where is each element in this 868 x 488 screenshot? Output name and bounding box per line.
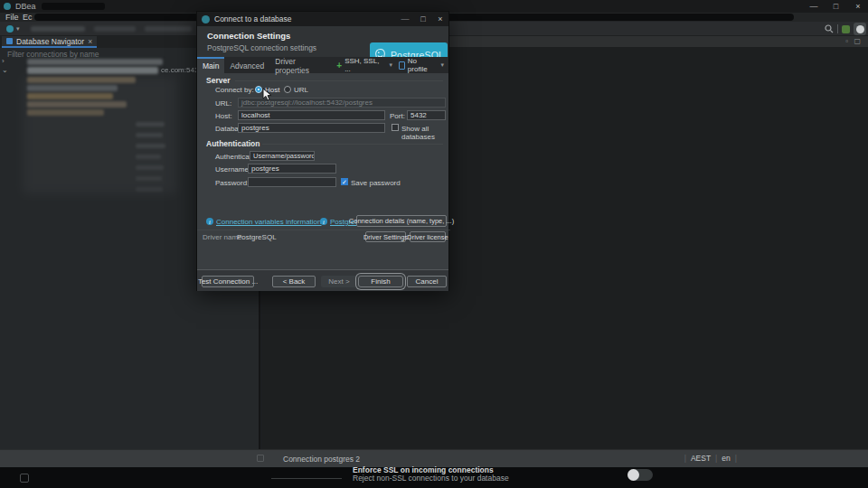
connection-variables-link[interactable]: Connection variables information xyxy=(216,218,322,226)
save-password-checkbox[interactable]: ✓ xyxy=(341,178,348,185)
connect-dialog: Connect to a database — □ × Connection S… xyxy=(196,11,449,291)
host-label: Host: xyxy=(215,112,232,120)
info-icon: i xyxy=(320,218,327,225)
back-button[interactable]: < Back xyxy=(272,276,316,287)
tab-advanced[interactable]: Advanced xyxy=(224,57,269,73)
minimize-button[interactable]: — xyxy=(804,0,824,13)
app-icon xyxy=(4,3,11,10)
tree-expand-icon[interactable]: › xyxy=(2,57,5,65)
dialog-minimize-button[interactable]: — xyxy=(396,12,414,26)
ssl-toggle-knob[interactable] xyxy=(627,469,639,481)
window-controls: — □ × xyxy=(804,0,868,13)
tab-database-navigator[interactable]: Database Navigator × xyxy=(2,36,97,48)
chevron-down-icon[interactable]: ▾ xyxy=(16,25,20,33)
save-password-label[interactable]: Save password xyxy=(351,179,401,187)
close-button[interactable]: × xyxy=(848,0,868,13)
connection-details-button[interactable]: Connection details (name, type, ...) xyxy=(356,215,447,227)
minimize-view-icon[interactable]: ▫ xyxy=(845,37,848,45)
new-connection-icon[interactable] xyxy=(6,25,14,33)
host-input[interactable]: localhost xyxy=(238,110,385,120)
dialog-title: Connect to a database xyxy=(214,14,292,23)
password-input[interactable] xyxy=(248,177,336,187)
password-label: Password: xyxy=(215,179,249,187)
username-label: Username: xyxy=(215,165,250,174)
toolbar-icons-blurred xyxy=(145,26,192,32)
avatar[interactable] xyxy=(854,23,866,35)
dialog-header-title: Connection Settings xyxy=(207,31,290,41)
profile-icon xyxy=(399,61,405,70)
radio-url-label[interactable]: URL xyxy=(294,86,308,94)
toolbar-divider xyxy=(837,24,838,33)
next-button[interactable]: Next > xyxy=(321,276,357,287)
status-task-icon[interactable] xyxy=(257,455,264,462)
test-connection-button[interactable]: Test Connection ... xyxy=(202,276,254,287)
dialog-close-button[interactable]: × xyxy=(432,12,448,26)
mouse-cursor xyxy=(262,88,272,102)
plugin-icon[interactable] xyxy=(842,25,850,33)
status-timezone[interactable]: AEST xyxy=(691,454,711,463)
menu-file[interactable]: File xyxy=(5,13,19,22)
tree-item-masked[interactable] xyxy=(27,59,163,65)
plus-icon: + xyxy=(336,61,342,70)
dialog-header: Connection Settings PostgreSQL connectio… xyxy=(197,26,448,57)
section-divider xyxy=(235,80,443,81)
chevron-down-icon[interactable]: ▾ xyxy=(389,61,392,69)
dialog-button-bar: Test Connection ... < Back Next > Finish… xyxy=(197,269,448,291)
tree-item-masked xyxy=(136,133,163,137)
tab-main[interactable]: Main xyxy=(197,57,224,73)
divider xyxy=(197,230,450,230)
info-icon: i xyxy=(206,218,213,225)
port-input[interactable]: 5432 xyxy=(407,110,446,120)
redacted-title-text xyxy=(42,3,105,10)
dialog-titlebar: Connect to a database — □ × xyxy=(197,12,448,26)
authentication-select-value: Username/password xyxy=(253,152,315,161)
radio-host[interactable] xyxy=(255,86,262,93)
tree-item-masked xyxy=(136,165,164,170)
connect-by-label: Connect by: xyxy=(215,86,254,94)
bg-window-divider xyxy=(271,478,342,479)
username-input[interactable]: postgres xyxy=(248,164,336,174)
background-window-band: Enforce SSL on incoming connections Reje… xyxy=(0,467,868,488)
toolbar-icons-blurred xyxy=(94,26,136,32)
tree-collapse-icon[interactable]: ⌄ xyxy=(2,66,8,74)
tree-item-masked[interactable] xyxy=(27,67,158,74)
maximize-button[interactable]: □ xyxy=(826,0,845,13)
tab-close-icon[interactable]: × xyxy=(88,37,92,46)
tree-item-masked xyxy=(136,187,163,192)
tab-driver-properties[interactable]: Driver properties xyxy=(269,57,336,73)
maximize-view-icon[interactable]: ▢ xyxy=(854,37,861,45)
chevron-down-icon[interactable]: ▾ xyxy=(440,61,444,69)
radio-url[interactable] xyxy=(284,86,291,93)
navigator-tab-label: Database Navigator xyxy=(16,37,84,46)
search-icon[interactable] xyxy=(825,24,834,33)
show-all-databases-checkbox[interactable] xyxy=(392,124,399,131)
status-connection: Connection postgres 2 xyxy=(283,455,360,464)
bg-window-subtext: Reject non-SSL connections to your datab… xyxy=(353,474,509,483)
dialog-window-controls: — □ × xyxy=(396,12,448,26)
database-input[interactable]: postgres xyxy=(238,123,385,133)
ssh-ssl-dropdown[interactable]: SSH, SSL, ... xyxy=(344,57,386,73)
dialog-icon xyxy=(202,15,210,23)
tree-item-masked xyxy=(136,144,165,148)
driver-license-button[interactable]: Driver license xyxy=(410,231,446,242)
authentication-select[interactable]: Username/password ▾ xyxy=(250,151,315,161)
port-label: Port: xyxy=(390,112,405,120)
status-language[interactable]: en xyxy=(722,454,730,463)
cancel-button[interactable]: Cancel xyxy=(407,276,447,287)
profile-dropdown[interactable]: No profile xyxy=(408,57,439,73)
dialog-tabstrip: Main Advanced Driver properties + SSH, S… xyxy=(197,57,448,73)
show-all-databases-label[interactable]: Show all databases xyxy=(401,125,448,141)
connections-filter-input[interactable]: Filter connections by name xyxy=(7,50,99,59)
finish-button[interactable]: Finish xyxy=(358,276,403,287)
app-title: DBea xyxy=(15,2,36,11)
menu-edit[interactable]: Ec xyxy=(23,13,33,22)
driver-settings-button[interactable]: Driver Settings xyxy=(365,231,406,242)
authentication-section-label: Authentication xyxy=(206,139,260,148)
tree-item-masked xyxy=(136,155,161,159)
dialog-header-subtitle: PostgreSQL connection settings xyxy=(207,43,316,52)
navigator-icon xyxy=(6,38,13,44)
statusbar: Connection postgres 2 | AEST | en | xyxy=(0,449,868,467)
toolbar-icons-blurred xyxy=(31,26,85,32)
dialog-maximize-button[interactable]: □ xyxy=(414,12,432,26)
server-section-label: Server xyxy=(206,76,230,85)
